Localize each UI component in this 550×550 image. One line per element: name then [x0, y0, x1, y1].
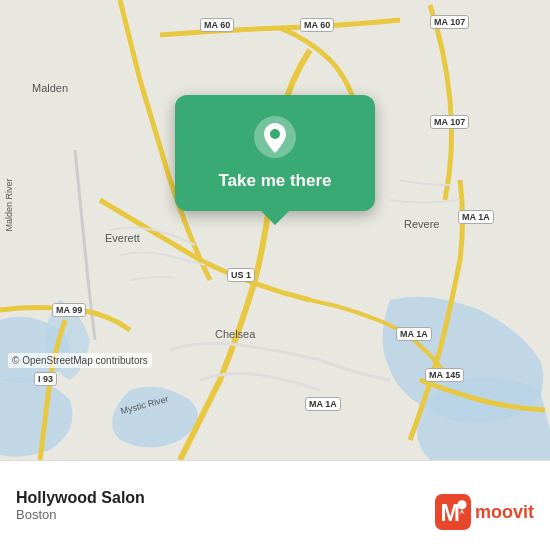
road-label-ma99: MA 99 [52, 303, 86, 317]
road-label-ma1a-right: MA 1A [458, 210, 494, 224]
road-label-ma107-top: MA 107 [430, 15, 469, 29]
area-label-everett: Everett [105, 232, 140, 244]
moovit-logo: M moovit [435, 494, 534, 530]
svg-text:M: M [440, 500, 460, 526]
bottom-bar: Hollywood Salon Boston M moovit [0, 460, 550, 550]
road-label-i93: I 93 [34, 372, 57, 386]
area-label-malden: Malden [32, 82, 68, 94]
location-info: Hollywood Salon Boston [16, 489, 145, 522]
road-label-ma145: MA 145 [425, 368, 464, 382]
location-name: Hollywood Salon [16, 489, 145, 507]
road-label-ma1a-btm: MA 1A [305, 397, 341, 411]
area-label-malden-river: Malden River [4, 178, 14, 231]
road-label-us1: US 1 [227, 268, 255, 282]
popup-label: Take me there [218, 171, 331, 191]
road-label-ma107-mid: MA 107 [430, 115, 469, 129]
area-label-chelsea: Chelsea [215, 328, 255, 340]
road-label-ma1a-mid: MA 1A [396, 327, 432, 341]
svg-point-2 [270, 129, 280, 139]
road-label-ma60-left: MA 60 [200, 18, 234, 32]
map-attribution: © OpenStreetMap contributors [8, 353, 152, 368]
take-me-there-popup[interactable]: Take me there [175, 95, 375, 211]
area-label-revere: Revere [404, 218, 439, 230]
location-city: Boston [16, 507, 145, 522]
svg-point-5 [457, 500, 466, 509]
moovit-icon: M [435, 494, 471, 530]
location-pin-icon [253, 115, 297, 159]
map: MA 60 MA 60 MA 107 MA 107 MA 1A US 1 MA … [0, 0, 550, 460]
road-label-ma60-right: MA 60 [300, 18, 334, 32]
moovit-text: moovit [475, 502, 534, 523]
